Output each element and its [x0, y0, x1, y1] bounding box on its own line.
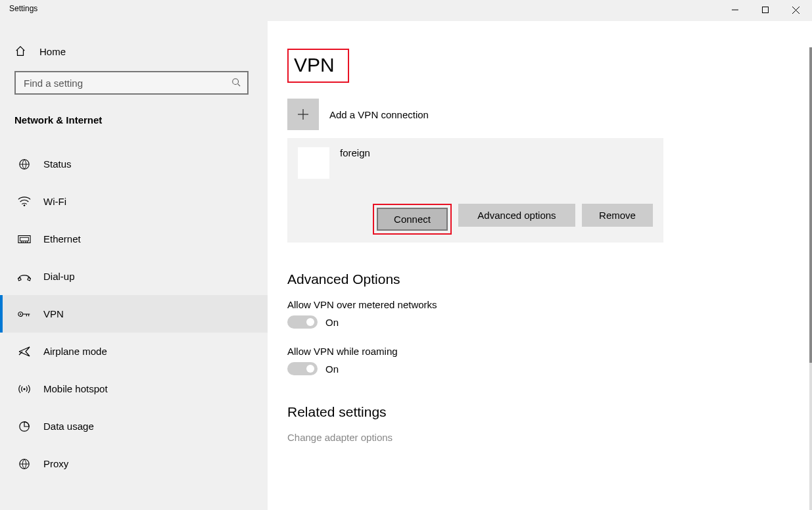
sidebar-home-label: Home — [39, 46, 66, 57]
sidebar-item-label: Data usage — [43, 421, 94, 432]
close-button[interactable] — [780, 0, 811, 20]
vpn-entry[interactable]: foreign Connect Advanced options Remove — [287, 138, 663, 243]
minimize-button[interactable] — [720, 0, 750, 20]
metered-option-label: Allow VPN over metered networks — [287, 299, 812, 310]
datausage-icon — [17, 419, 32, 434]
sidebar-item-ethernet[interactable]: Ethernet — [0, 220, 268, 258]
change-adapter-link[interactable]: Change adapter options — [287, 432, 812, 443]
sidebar-item-label: Ethernet — [43, 233, 81, 244]
svg-point-7 — [24, 204, 26, 206]
svg-rect-15 — [28, 277, 31, 281]
sidebar-item-label: Dial-up — [43, 271, 75, 282]
dialup-icon — [17, 269, 32, 284]
sidebar-item-wifi[interactable]: Wi-Fi — [0, 183, 268, 220]
roaming-toggle[interactable] — [287, 362, 318, 375]
sidebar-item-label: Airplane mode — [43, 346, 107, 357]
svg-rect-14 — [18, 277, 21, 281]
home-icon — [14, 45, 28, 58]
scrollbar[interactable] — [809, 47, 812, 510]
sidebar-item-dialup[interactable]: Dial-up — [0, 258, 268, 295]
status-icon — [17, 157, 32, 172]
ethernet-icon — [17, 232, 32, 246]
add-vpn-label: Add a VPN connection — [329, 109, 429, 120]
sidebar-item-vpn[interactable]: VPN — [0, 295, 268, 333]
sidebar-item-airplane[interactable]: Airplane mode — [0, 333, 268, 370]
maximize-button[interactable] — [750, 0, 780, 20]
sidebar-item-status[interactable]: Status — [0, 145, 268, 183]
svg-rect-9 — [20, 237, 29, 241]
vpn-icon — [17, 307, 32, 321]
airplane-icon — [17, 344, 32, 359]
advanced-options-button[interactable]: Advanced options — [458, 204, 575, 227]
svg-line-5 — [238, 83, 241, 86]
main-content: VPN Add a VPN connection foreign Connect… — [268, 21, 812, 510]
svg-point-17 — [20, 313, 21, 314]
connect-button[interactable]: Connect — [377, 208, 448, 231]
sidebar-category: Network & Internet — [0, 106, 268, 133]
sidebar-item-label: VPN — [43, 308, 64, 319]
sidebar-item-hotspot[interactable]: Mobile hotspot — [0, 370, 268, 407]
hotspot-icon — [17, 382, 32, 396]
add-vpn-connection[interactable]: Add a VPN connection — [287, 99, 812, 130]
sidebar-item-label: Mobile hotspot — [43, 383, 108, 394]
page-title: VPN — [287, 49, 349, 83]
svg-point-21 — [23, 388, 25, 390]
metered-toggle[interactable] — [287, 315, 318, 329]
sidebar-item-label: Status — [43, 158, 72, 170]
sidebar-home[interactable]: Home — [0, 37, 268, 66]
search-icon — [230, 78, 242, 89]
sidebar: Home Network & Internet Status — [0, 21, 268, 510]
search-input[interactable] — [22, 77, 230, 89]
vpn-connection-name: foreign — [340, 147, 370, 158]
sidebar-item-label: Wi-Fi — [43, 196, 66, 207]
vpn-connection-icon — [298, 147, 329, 179]
scrollbar-thumb[interactable] — [809, 47, 812, 363]
sidebar-item-datausage[interactable]: Data usage — [0, 407, 268, 445]
roaming-option-label: Allow VPN while roaming — [287, 346, 812, 357]
advanced-options-heading: Advanced Options — [287, 271, 812, 287]
sidebar-item-label: Proxy — [43, 458, 68, 469]
svg-rect-1 — [763, 7, 769, 13]
related-settings-heading: Related settings — [287, 404, 812, 420]
plus-icon — [287, 99, 319, 130]
roaming-toggle-state: On — [325, 363, 339, 375]
wifi-icon — [17, 195, 32, 209]
window-title: Settings — [0, 0, 47, 17]
title-bar: Settings — [0, 0, 812, 21]
remove-button[interactable]: Remove — [582, 204, 653, 227]
sidebar-item-proxy[interactable]: Proxy — [0, 445, 268, 482]
proxy-icon — [17, 457, 32, 471]
search-box[interactable] — [14, 71, 249, 95]
svg-point-4 — [233, 78, 239, 84]
metered-toggle-state: On — [325, 317, 339, 328]
